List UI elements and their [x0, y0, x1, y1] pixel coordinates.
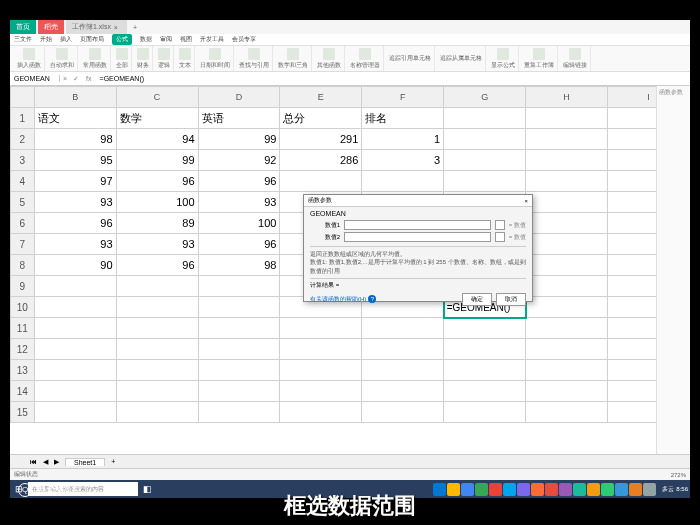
- cell[interactable]: 1: [362, 129, 444, 150]
- row-header[interactable]: 13: [11, 360, 35, 381]
- menu-dev[interactable]: 开发工具: [200, 35, 224, 44]
- tool-show-formula[interactable]: 显示公式: [488, 46, 519, 71]
- cell[interactable]: [526, 108, 608, 129]
- cell[interactable]: [116, 381, 198, 402]
- taskbar-app-icon[interactable]: [601, 483, 614, 496]
- cell[interactable]: 93: [34, 192, 116, 213]
- template-tab[interactable]: 稻壳: [38, 20, 64, 34]
- cell[interactable]: [198, 402, 280, 423]
- cell[interactable]: [116, 360, 198, 381]
- cell[interactable]: [34, 381, 116, 402]
- cell[interactable]: [280, 339, 362, 360]
- cell[interactable]: [526, 318, 608, 339]
- tool-text[interactable]: 文本: [176, 46, 195, 71]
- taskbar-app-icon[interactable]: [615, 483, 628, 496]
- cell[interactable]: 93: [198, 192, 280, 213]
- menu-formula[interactable]: 公式: [112, 34, 132, 45]
- col-header-h[interactable]: H: [526, 87, 608, 108]
- row-header[interactable]: 12: [11, 339, 35, 360]
- col-header-g[interactable]: G: [444, 87, 526, 108]
- col-header-d[interactable]: D: [198, 87, 280, 108]
- dialog-titlebar[interactable]: 函数参数 ×: [304, 195, 532, 207]
- sheet-tab-sheet1[interactable]: Sheet1: [65, 458, 105, 466]
- taskbar-app-icon[interactable]: [517, 483, 530, 496]
- row-header[interactable]: 4: [11, 171, 35, 192]
- cell[interactable]: [444, 339, 526, 360]
- cell[interactable]: 96: [198, 234, 280, 255]
- cell[interactable]: [116, 339, 198, 360]
- cell[interactable]: [34, 339, 116, 360]
- cell[interactable]: [116, 318, 198, 339]
- col-header-c[interactable]: C: [116, 87, 198, 108]
- cell[interactable]: [280, 402, 362, 423]
- cell[interactable]: [198, 360, 280, 381]
- cell[interactable]: 90: [34, 255, 116, 276]
- tool-logic[interactable]: 逻辑: [155, 46, 174, 71]
- cell[interactable]: [526, 360, 608, 381]
- dialog-help-link[interactable]: 有关该函数的帮助(H)?: [310, 295, 376, 304]
- cell[interactable]: [526, 171, 608, 192]
- taskbar-app-icon[interactable]: [475, 483, 488, 496]
- cell[interactable]: [362, 339, 444, 360]
- row-header[interactable]: 3: [11, 150, 35, 171]
- add-sheet-button[interactable]: +: [111, 458, 115, 465]
- cell[interactable]: [280, 171, 362, 192]
- cell[interactable]: 95: [34, 150, 116, 171]
- cell[interactable]: [198, 381, 280, 402]
- cell[interactable]: [526, 150, 608, 171]
- workbook-tab[interactable]: 工作簿1.xlsx ×: [66, 20, 127, 34]
- cell[interactable]: [526, 276, 608, 297]
- cell[interactable]: 291: [280, 129, 362, 150]
- taskbar-app-icon[interactable]: [573, 483, 586, 496]
- menu-view[interactable]: 视图: [180, 35, 192, 44]
- dialog-cancel-button[interactable]: 取消: [496, 293, 526, 306]
- taskbar-app-icon[interactable]: [433, 483, 446, 496]
- row-header[interactable]: 11: [11, 318, 35, 339]
- taskbar-app-icon[interactable]: [643, 483, 656, 496]
- cell[interactable]: 98: [198, 255, 280, 276]
- tool-edit-links[interactable]: 编辑链接: [560, 46, 591, 71]
- cell[interactable]: 96: [116, 171, 198, 192]
- sheet-nav-first-icon[interactable]: ⏮: [30, 458, 37, 465]
- cell[interactable]: 语文: [34, 108, 116, 129]
- cell[interactable]: 89: [116, 213, 198, 234]
- cell[interactable]: [198, 276, 280, 297]
- taskbar-app-icon[interactable]: [447, 483, 460, 496]
- system-tray[interactable]: 多云 8:56: [662, 485, 688, 494]
- row-header[interactable]: 15: [11, 402, 35, 423]
- sheet-nav-next-icon[interactable]: ▶: [54, 458, 59, 466]
- cell[interactable]: [444, 108, 526, 129]
- arg1-ref-button[interactable]: [495, 220, 505, 230]
- select-all-corner[interactable]: [11, 87, 35, 108]
- taskbar-app-icon[interactable]: [587, 483, 600, 496]
- row-header[interactable]: 1: [11, 108, 35, 129]
- tool-trace-dependent[interactable]: 追踪从属单元格: [437, 46, 486, 71]
- fx-icon[interactable]: fx: [82, 75, 95, 82]
- row-header[interactable]: 8: [11, 255, 35, 276]
- tool-all[interactable]: 全部: [113, 46, 132, 71]
- menu-review[interactable]: 审阅: [160, 35, 172, 44]
- cell[interactable]: [34, 318, 116, 339]
- taskbar-app-icon[interactable]: [545, 483, 558, 496]
- cell[interactable]: [526, 339, 608, 360]
- row-header[interactable]: 10: [11, 297, 35, 318]
- cell[interactable]: 100: [116, 192, 198, 213]
- tool-insert-fn[interactable]: 插入函数: [14, 46, 45, 71]
- cell[interactable]: [526, 234, 608, 255]
- row-header[interactable]: 14: [11, 381, 35, 402]
- cell[interactable]: 97: [34, 171, 116, 192]
- cell[interactable]: 总分: [280, 108, 362, 129]
- tool-trace-precedent[interactable]: 追踪引用单元格: [386, 46, 435, 71]
- cell[interactable]: 96: [198, 171, 280, 192]
- cell[interactable]: [34, 297, 116, 318]
- cell[interactable]: [444, 171, 526, 192]
- cell[interactable]: [362, 381, 444, 402]
- taskbar-app-icon[interactable]: [629, 483, 642, 496]
- cell[interactable]: [526, 213, 608, 234]
- cell[interactable]: 94: [116, 129, 198, 150]
- cell[interactable]: [362, 318, 444, 339]
- tool-names[interactable]: 名称管理器: [347, 46, 384, 71]
- col-header-f[interactable]: F: [362, 87, 444, 108]
- taskbar-app-icon[interactable]: [503, 483, 516, 496]
- cell[interactable]: 96: [116, 255, 198, 276]
